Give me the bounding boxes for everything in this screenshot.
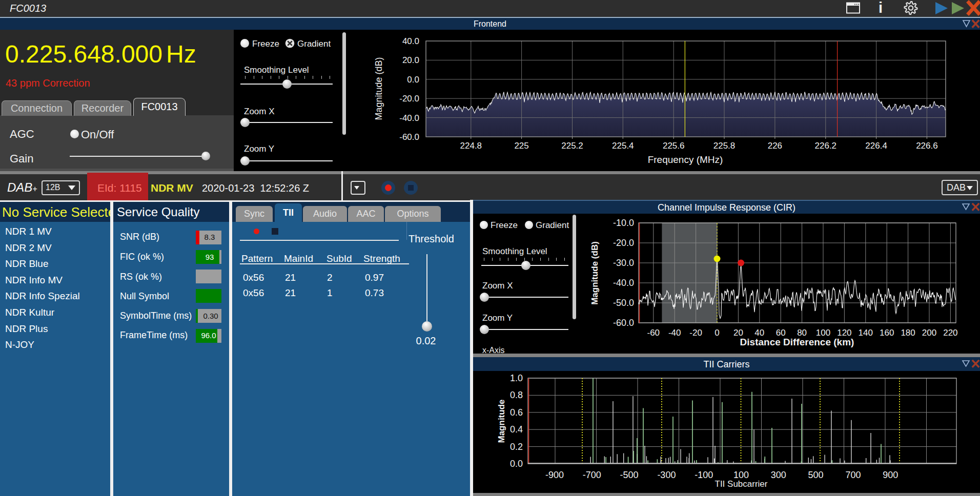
svg-text:Magnitude (dB): Magnitude (dB)	[374, 57, 384, 120]
svg-text:0.4: 0.4	[510, 424, 523, 435]
svg-text:-60.0: -60.0	[613, 318, 634, 328]
svg-text:0.6: 0.6	[510, 407, 523, 418]
svg-text:0: 0	[714, 328, 719, 338]
svg-text:TII Subcarrier: TII Subcarrier	[715, 479, 768, 489]
svg-text:-40.0: -40.0	[613, 278, 634, 288]
svg-text:0.0: 0.0	[510, 459, 523, 469]
svg-text:1.0: 1.0	[510, 373, 523, 383]
svg-text:40.0: 40.0	[402, 36, 419, 46]
svg-text:-300: -300	[657, 470, 676, 480]
svg-text:160: 160	[880, 328, 894, 338]
svg-text:226: 226	[768, 141, 782, 151]
svg-text:226.4: 226.4	[865, 141, 887, 151]
svg-text:226.6: 226.6	[916, 141, 938, 151]
svg-text:0.8: 0.8	[510, 390, 523, 400]
svg-text:-40.0: -40.0	[399, 113, 419, 123]
svg-text:-20: -20	[689, 328, 702, 338]
svg-text:-20.0: -20.0	[399, 94, 419, 104]
svg-text:200: 200	[922, 328, 936, 338]
svg-text:Frequency (MHz): Frequency (MHz)	[648, 154, 723, 165]
svg-text:225.6: 225.6	[663, 141, 685, 151]
svg-text:i: i	[879, 0, 883, 16]
svg-text:225.8: 225.8	[713, 141, 736, 151]
svg-text:225.4: 225.4	[612, 141, 634, 151]
svg-text:140: 140	[859, 328, 873, 338]
svg-text:-40: -40	[668, 328, 681, 338]
svg-text:0.0: 0.0	[407, 75, 419, 85]
svg-text:Distance Difference (km): Distance Difference (km)	[740, 337, 854, 347]
svg-text:-700: -700	[583, 470, 601, 480]
svg-text:-50.0: -50.0	[613, 298, 634, 308]
svg-text:220: 220	[943, 328, 957, 338]
svg-text:700: 700	[845, 470, 861, 480]
svg-text:-60: -60	[647, 328, 660, 338]
svg-text:0.2: 0.2	[510, 442, 523, 452]
svg-text:20.0: 20.0	[402, 55, 419, 65]
svg-text:-60.0: -60.0	[399, 132, 419, 142]
svg-text:-100: -100	[695, 470, 713, 480]
svg-text:224.8: 224.8	[460, 141, 482, 151]
svg-text:100: 100	[733, 470, 749, 480]
svg-text:225: 225	[514, 141, 528, 151]
svg-text:-20.0: -20.0	[613, 238, 634, 248]
svg-text:-900: -900	[545, 470, 564, 480]
svg-text:900: 900	[883, 470, 898, 480]
svg-text:Magnitude: Magnitude	[497, 400, 506, 443]
svg-text:500: 500	[808, 470, 824, 480]
svg-text:-10.0: -10.0	[613, 218, 634, 228]
svg-text:Magnitude (dB): Magnitude (dB)	[590, 241, 600, 305]
svg-text:-30.0: -30.0	[613, 258, 634, 268]
svg-text:225.2: 225.2	[561, 141, 583, 151]
svg-text:300: 300	[771, 470, 786, 480]
svg-text:-500: -500	[620, 470, 639, 480]
svg-text:180: 180	[901, 328, 915, 338]
svg-text:226.2: 226.2	[815, 141, 837, 151]
